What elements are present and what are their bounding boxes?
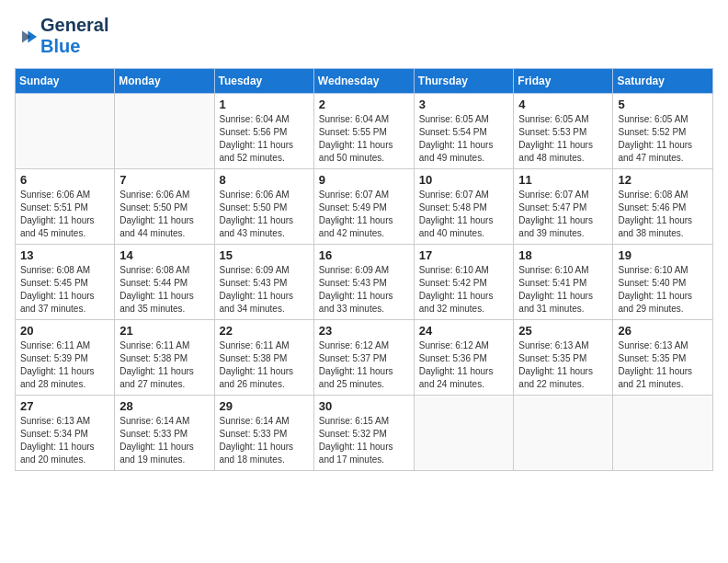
day-number: 9 — [319, 173, 409, 187]
col-header-tuesday: Tuesday — [214, 69, 313, 94]
day-number: 17 — [419, 248, 509, 262]
calendar-cell: 15Sunrise: 6:09 AM Sunset: 5:43 PM Dayli… — [214, 245, 313, 320]
calendar-cell: 27Sunrise: 6:13 AM Sunset: 5:34 PM Dayli… — [16, 396, 115, 471]
day-number: 18 — [518, 248, 608, 262]
day-number: 5 — [618, 98, 708, 111]
day-number: 27 — [20, 399, 109, 413]
day-info: Sunrise: 6:04 AM Sunset: 5:56 PM Dayligh… — [220, 113, 309, 165]
day-number: 19 — [618, 248, 708, 262]
day-number: 26 — [618, 324, 708, 338]
day-info: Sunrise: 6:13 AM Sunset: 5:35 PM Dayligh… — [518, 339, 608, 391]
day-number: 8 — [220, 173, 309, 187]
day-number: 10 — [419, 173, 509, 187]
calendar-cell: 21Sunrise: 6:11 AM Sunset: 5:38 PM Dayli… — [115, 320, 214, 396]
day-number: 12 — [618, 173, 708, 187]
day-info: Sunrise: 6:12 AM Sunset: 5:36 PM Dayligh… — [419, 339, 509, 391]
calendar-cell — [414, 396, 514, 471]
calendar-cell: 14Sunrise: 6:08 AM Sunset: 5:44 PM Dayli… — [115, 245, 214, 320]
day-info: Sunrise: 6:08 AM Sunset: 5:44 PM Dayligh… — [119, 264, 209, 316]
logo: General Blue — [15, 15, 108, 57]
day-number: 4 — [518, 98, 608, 111]
day-info: Sunrise: 6:04 AM Sunset: 5:55 PM Dayligh… — [319, 113, 409, 165]
calendar-cell: 5Sunrise: 6:05 AM Sunset: 5:52 PM Daylig… — [613, 94, 713, 169]
day-number: 24 — [419, 324, 509, 338]
calendar-table: SundayMondayTuesdayWednesdayThursdayFrid… — [15, 68, 713, 471]
day-number: 13 — [20, 248, 109, 262]
calendar-cell: 4Sunrise: 6:05 AM Sunset: 5:53 PM Daylig… — [514, 94, 613, 169]
calendar-cell: 7Sunrise: 6:06 AM Sunset: 5:50 PM Daylig… — [115, 169, 214, 245]
day-info: Sunrise: 6:10 AM Sunset: 5:40 PM Dayligh… — [618, 264, 708, 316]
col-header-saturday: Saturday — [613, 69, 713, 94]
day-info: Sunrise: 6:07 AM Sunset: 5:49 PM Dayligh… — [319, 189, 409, 240]
calendar-cell: 8Sunrise: 6:06 AM Sunset: 5:50 PM Daylig… — [214, 169, 313, 245]
day-info: Sunrise: 6:13 AM Sunset: 5:35 PM Dayligh… — [618, 339, 708, 391]
calendar-cell: 1Sunrise: 6:04 AM Sunset: 5:56 PM Daylig… — [214, 94, 313, 169]
calendar-cell: 23Sunrise: 6:12 AM Sunset: 5:37 PM Dayli… — [313, 320, 414, 396]
calendar-week-row: 6Sunrise: 6:06 AM Sunset: 5:51 PM Daylig… — [16, 169, 713, 245]
calendar-cell: 20Sunrise: 6:11 AM Sunset: 5:39 PM Dayli… — [16, 320, 115, 396]
calendar-cell: 10Sunrise: 6:07 AM Sunset: 5:48 PM Dayli… — [414, 169, 514, 245]
day-info: Sunrise: 6:12 AM Sunset: 5:37 PM Dayligh… — [319, 339, 409, 391]
logo-general: General — [40, 15, 108, 35]
calendar-cell: 2Sunrise: 6:04 AM Sunset: 5:55 PM Daylig… — [313, 94, 414, 169]
calendar-cell: 22Sunrise: 6:11 AM Sunset: 5:38 PM Dayli… — [214, 320, 313, 396]
calendar-week-row: 20Sunrise: 6:11 AM Sunset: 5:39 PM Dayli… — [16, 320, 713, 396]
day-info: Sunrise: 6:14 AM Sunset: 5:33 PM Dayligh… — [220, 415, 309, 466]
col-header-thursday: Thursday — [414, 69, 514, 94]
calendar-cell: 13Sunrise: 6:08 AM Sunset: 5:45 PM Dayli… — [16, 245, 115, 320]
day-info: Sunrise: 6:06 AM Sunset: 5:51 PM Dayligh… — [20, 189, 109, 240]
day-info: Sunrise: 6:05 AM Sunset: 5:53 PM Dayligh… — [518, 113, 608, 165]
day-number: 14 — [119, 248, 209, 262]
calendar-cell — [613, 396, 713, 471]
day-number: 22 — [220, 324, 309, 338]
day-number: 7 — [119, 173, 209, 187]
calendar-cell: 16Sunrise: 6:09 AM Sunset: 5:43 PM Dayli… — [313, 245, 414, 320]
calendar-cell: 12Sunrise: 6:08 AM Sunset: 5:46 PM Dayli… — [613, 169, 713, 245]
calendar-week-row: 1Sunrise: 6:04 AM Sunset: 5:56 PM Daylig… — [16, 94, 713, 169]
day-number: 16 — [319, 248, 409, 262]
calendar-cell — [514, 396, 613, 471]
calendar-cell: 30Sunrise: 6:15 AM Sunset: 5:32 PM Dayli… — [313, 396, 414, 471]
day-info: Sunrise: 6:06 AM Sunset: 5:50 PM Dayligh… — [119, 189, 209, 240]
day-info: Sunrise: 6:09 AM Sunset: 5:43 PM Dayligh… — [319, 264, 409, 316]
calendar-cell: 25Sunrise: 6:13 AM Sunset: 5:35 PM Dayli… — [514, 320, 613, 396]
calendar-cell: 11Sunrise: 6:07 AM Sunset: 5:47 PM Dayli… — [514, 169, 613, 245]
day-info: Sunrise: 6:08 AM Sunset: 5:46 PM Dayligh… — [618, 189, 708, 240]
day-info: Sunrise: 6:05 AM Sunset: 5:54 PM Dayligh… — [419, 113, 509, 165]
page-header: General Blue — [15, 15, 713, 57]
day-number: 15 — [220, 248, 309, 262]
day-info: Sunrise: 6:06 AM Sunset: 5:50 PM Dayligh… — [220, 189, 309, 240]
calendar-cell: 26Sunrise: 6:13 AM Sunset: 5:35 PM Dayli… — [613, 320, 713, 396]
day-info: Sunrise: 6:07 AM Sunset: 5:48 PM Dayligh… — [419, 189, 509, 240]
day-number: 3 — [419, 98, 509, 111]
col-header-monday: Monday — [115, 69, 214, 94]
day-info: Sunrise: 6:08 AM Sunset: 5:45 PM Dayligh… — [20, 264, 109, 316]
calendar-cell: 6Sunrise: 6:06 AM Sunset: 5:51 PM Daylig… — [16, 169, 115, 245]
day-info: Sunrise: 6:11 AM Sunset: 5:38 PM Dayligh… — [119, 339, 209, 391]
calendar-cell: 18Sunrise: 6:10 AM Sunset: 5:41 PM Dayli… — [514, 245, 613, 320]
calendar-cell: 29Sunrise: 6:14 AM Sunset: 5:33 PM Dayli… — [214, 396, 313, 471]
logo-blue: Blue — [40, 36, 80, 56]
day-number: 2 — [319, 98, 409, 111]
day-number: 6 — [20, 173, 109, 187]
day-info: Sunrise: 6:14 AM Sunset: 5:33 PM Dayligh… — [119, 415, 209, 466]
day-info: Sunrise: 6:11 AM Sunset: 5:39 PM Dayligh… — [20, 339, 109, 391]
calendar-cell: 28Sunrise: 6:14 AM Sunset: 5:33 PM Dayli… — [115, 396, 214, 471]
col-header-wednesday: Wednesday — [313, 69, 414, 94]
day-info: Sunrise: 6:05 AM Sunset: 5:52 PM Dayligh… — [618, 113, 708, 165]
day-info: Sunrise: 6:13 AM Sunset: 5:34 PM Dayligh… — [20, 415, 109, 466]
day-number: 23 — [319, 324, 409, 338]
calendar-header-row: SundayMondayTuesdayWednesdayThursdayFrid… — [16, 69, 713, 94]
calendar-week-row: 13Sunrise: 6:08 AM Sunset: 5:45 PM Dayli… — [16, 245, 713, 320]
day-info: Sunrise: 6:10 AM Sunset: 5:41 PM Dayligh… — [518, 264, 608, 316]
day-number: 25 — [518, 324, 608, 338]
calendar-cell: 17Sunrise: 6:10 AM Sunset: 5:42 PM Dayli… — [414, 245, 514, 320]
logo-icon — [15, 29, 37, 44]
day-number: 21 — [119, 324, 209, 338]
col-header-friday: Friday — [514, 69, 613, 94]
calendar-cell: 9Sunrise: 6:07 AM Sunset: 5:49 PM Daylig… — [313, 169, 414, 245]
day-info: Sunrise: 6:15 AM Sunset: 5:32 PM Dayligh… — [319, 415, 409, 466]
day-info: Sunrise: 6:10 AM Sunset: 5:42 PM Dayligh… — [419, 264, 509, 316]
day-number: 28 — [119, 399, 209, 413]
day-info: Sunrise: 6:07 AM Sunset: 5:47 PM Dayligh… — [518, 189, 608, 240]
